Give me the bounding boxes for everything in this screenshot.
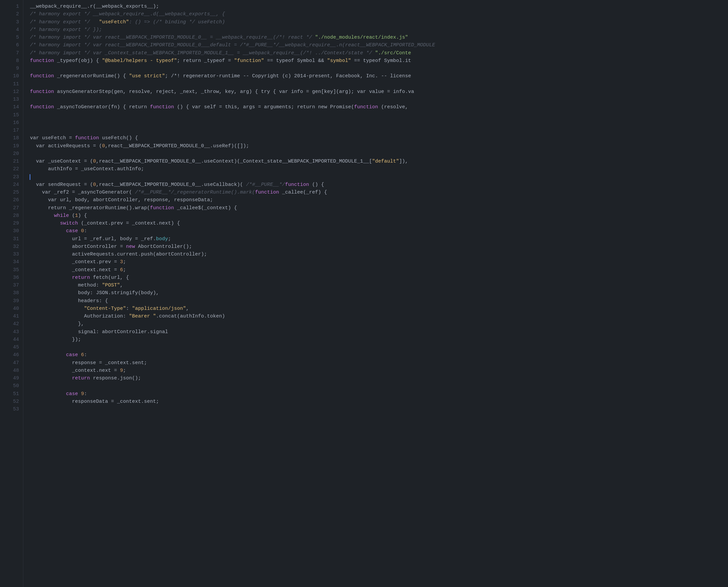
token-plain: asyncGeneratorStep(gen, resolve, reject,… [54, 89, 414, 95]
line-number: 46 [3, 351, 19, 359]
token-number: 9 [81, 391, 84, 397]
token-plain [30, 391, 66, 397]
token-comment: /* harmony export */ }); [30, 27, 102, 33]
token-plain [30, 406, 72, 412]
code-line: method: "POST", [30, 282, 728, 289]
token-string: "Bearer " [129, 313, 156, 319]
token-plain: _callee(_ref) { [279, 190, 327, 195]
code-line: }, [30, 320, 728, 328]
code-line: return response.json(); [30, 374, 728, 382]
line-number: 31 [3, 235, 19, 243]
line-number: 32 [3, 243, 19, 251]
cursor [30, 174, 33, 180]
code-line: case 9: [30, 390, 728, 398]
code-line: abortController = new AbortController(); [30, 243, 728, 251]
code-line: url = _ref.url, body = _ref.body; [30, 235, 728, 243]
token-plain: : [84, 391, 87, 397]
line-number: 19 [3, 142, 19, 150]
token-keyword: new [126, 244, 135, 250]
token-plain: : [84, 228, 87, 234]
token-plain: var url, body, abortController, response… [30, 197, 213, 203]
code-line: var activeRequests = (0,react__WEBPACK_I… [30, 142, 728, 150]
token-number: 0 [81, 228, 84, 234]
line-number: 51 [3, 390, 19, 398]
token-plain: signal: abortController.signal [30, 329, 168, 335]
token-plain: headers: { [30, 298, 108, 304]
line-number: 6 [3, 41, 19, 49]
token-plain: url = _ref.url, body = _ref. [30, 236, 156, 242]
token-keyword: while [54, 213, 69, 218]
token-keyword: function [30, 58, 54, 64]
code-line: signal: abortController.signal [30, 328, 728, 336]
token-plain: () { [309, 182, 324, 188]
code-line: var sendRequest = (0,react__WEBPACK_IMPO… [30, 181, 728, 189]
token-comment: : () => (/* binding */ useFetch) [129, 19, 225, 25]
line-number: 28 [3, 212, 19, 219]
code-line [30, 96, 728, 103]
line-number: 37 [3, 282, 19, 289]
token-keyword: function [150, 205, 174, 211]
code-line [30, 80, 728, 88]
line-number: 8 [3, 57, 19, 65]
token-plain: ,react__WEBPACK_IMPORTED_MODULE_0__.useC… [96, 182, 246, 188]
token-plain [78, 352, 81, 358]
token-plain [78, 391, 81, 397]
token-plain: useFetch() { [99, 135, 138, 141]
line-number: 10 [3, 72, 19, 80]
token-plain: , [186, 306, 189, 311]
code-line: authInfo = _useContext.authInfo; [30, 165, 728, 173]
code-line: _context.next = 6; [30, 266, 728, 274]
line-number: 27 [3, 204, 19, 212]
token-plain: ; [123, 267, 126, 273]
token-plain: (resolve, [378, 104, 408, 110]
line-number: 35 [3, 266, 19, 274]
code-line: case 6: [30, 351, 728, 359]
token-plain [30, 352, 66, 358]
code-line [30, 405, 728, 413]
code-line [30, 111, 728, 119]
token-plain: abortController = [30, 244, 126, 250]
token-comment: /* harmony import */ var react__WEBPACK_… [30, 34, 315, 40]
line-number: 44 [3, 336, 19, 344]
token-number: 6 [81, 352, 84, 358]
token-plain: responseData = _context.sent; [30, 399, 159, 404]
token-plain: ; [123, 368, 126, 373]
token-plain: ; return _typeof = [177, 58, 234, 64]
token-plain [30, 306, 84, 311]
line-number: 30 [3, 227, 19, 235]
token-comment: /* harmony export */ __webpack_require__… [30, 11, 225, 17]
line-number: 39 [3, 297, 19, 305]
line-number: 11 [3, 80, 19, 88]
code-content[interactable]: __webpack_require__.r(__webpack_exports_… [23, 0, 728, 587]
token-plain: ( [69, 213, 75, 218]
code-line: _context.next = 9; [30, 367, 728, 374]
token-comment: /*#__PURE__*/ [246, 182, 285, 188]
line-number: 43 [3, 328, 19, 336]
token-plain: , [120, 282, 123, 288]
token-keyword: return [72, 375, 90, 381]
token-number: 0 [93, 182, 96, 188]
token-string: "Content-Type" [84, 306, 126, 311]
line-number: 49 [3, 374, 19, 382]
token-plain: _context.next = [30, 368, 120, 373]
token-string: "POST" [102, 282, 120, 288]
line-number: 22 [3, 165, 19, 173]
token-plain: activeRequests.current.push(abortControl… [30, 252, 207, 257]
line-number: 2 [3, 10, 19, 18]
code-editor: 1234567891011121314151617181920212223242… [0, 0, 728, 587]
code-line: /* harmony import */ var react__WEBPACK_… [30, 34, 728, 41]
token-plain: ) { [78, 213, 87, 218]
line-number: 13 [3, 96, 19, 103]
token-plain: _context.next = [30, 267, 120, 273]
token-keyword: function [30, 89, 54, 95]
line-number: 12 [3, 88, 19, 96]
code-line: responseData = _context.sent; [30, 398, 728, 405]
token-plain: _typeof(obj) { [54, 58, 102, 64]
line-number: 5 [3, 34, 19, 41]
code-line: /* harmony import */ var _Context_state_… [30, 49, 728, 57]
line-number: 41 [3, 312, 19, 320]
line-number: 29 [3, 219, 19, 227]
line-number: 3 [3, 18, 19, 26]
token-number: 0 [102, 143, 105, 149]
token-plain: var useFetch = [30, 135, 75, 141]
